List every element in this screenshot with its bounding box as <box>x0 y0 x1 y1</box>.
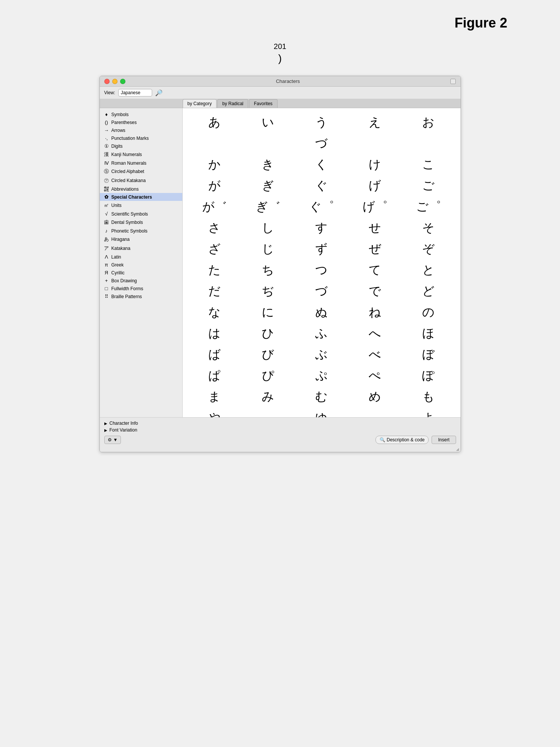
char-cell[interactable]: ず <box>296 239 348 259</box>
char-cell[interactable]: お <box>403 113 455 132</box>
char-cell[interactable]: べ <box>349 345 401 364</box>
char-cell[interactable]: あ <box>189 113 241 132</box>
char-cell[interactable]: す <box>296 218 348 238</box>
sidebar-item-cyrillic[interactable]: Я Cyrillic <box>100 269 182 277</box>
char-cell[interactable]: な <box>189 303 241 322</box>
sidebar-item-circled-kata[interactable]: ㋐ Circled Katakana <box>100 176 182 185</box>
char-cell[interactable]: え <box>349 113 401 132</box>
close-button[interactable] <box>104 79 110 84</box>
char-cell[interactable]: ぷ <box>296 366 348 386</box>
view-select[interactable] <box>118 89 152 96</box>
char-cell[interactable]: ぺ <box>349 366 401 386</box>
char-cell[interactable]: ば <box>189 345 241 364</box>
insert-button[interactable]: Insert <box>432 436 456 444</box>
char-cell[interactable]: う <box>296 113 348 132</box>
char-cell[interactable]: が゛ <box>189 197 241 217</box>
char-cell[interactable]: せ <box>349 218 401 238</box>
char-cell[interactable]: む <box>296 387 348 407</box>
char-cell[interactable]: も <box>403 387 455 407</box>
sidebar-item-fullwidth[interactable]: □ Fullwidth Forms <box>100 285 182 292</box>
sidebar-item-phonetic[interactable]: ♪ Phonetic Symbols <box>100 227 182 235</box>
maximize-button[interactable] <box>120 79 125 84</box>
char-cell[interactable]: み <box>242 387 294 407</box>
char-cell[interactable]: ひ <box>242 324 294 343</box>
char-cell[interactable]: ぐ <box>296 176 348 196</box>
sidebar-item-parentheses[interactable]: () Parentheses <box>100 118 182 126</box>
character-info-row[interactable]: ▶ Character Info <box>104 420 456 427</box>
sidebar-item-katakana[interactable]: ア Katakana <box>100 244 182 253</box>
char-cell[interactable]: ぱ <box>189 366 241 386</box>
char-cell[interactable]: て <box>349 260 401 280</box>
sidebar-item-box-drawing[interactable]: + Box Drawing <box>100 277 182 285</box>
char-cell[interactable]: ざ <box>189 239 241 259</box>
char-cell[interactable]: ね <box>349 303 401 322</box>
char-cell[interactable]: ま <box>189 387 241 407</box>
char-cell[interactable]: し <box>242 218 294 238</box>
sidebar-item-punctuation[interactable]: ·, Punctuation Marks <box>100 134 182 142</box>
char-cell[interactable]: の <box>403 303 455 322</box>
char-cell[interactable]: だ <box>189 282 241 301</box>
char-cell[interactable]: ほ <box>403 324 455 343</box>
sidebar-item-roman[interactable]: Ⅳ Roman Numerals <box>100 159 182 167</box>
tab-favorites[interactable]: Favorites <box>249 99 277 108</box>
char-cell[interactable]: ど <box>403 282 455 301</box>
char-cell[interactable]: ぢ <box>242 282 294 301</box>
char-cell[interactable]: い <box>242 113 294 132</box>
char-cell[interactable]: で <box>349 282 401 301</box>
char-cell[interactable]: や <box>189 408 241 417</box>
resize-button[interactable] <box>450 79 456 84</box>
sidebar-item-kanji-numerals[interactable]: 漢 Kanji Numerals <box>100 150 182 159</box>
char-cell[interactable]: つ <box>296 260 348 280</box>
char-cell[interactable]: ぬ <box>296 303 348 322</box>
char-cell[interactable]: ぴ <box>242 366 294 386</box>
char-cell[interactable]: さ <box>189 218 241 238</box>
char-cell[interactable]: そ <box>403 218 455 238</box>
sidebar-item-symbols[interactable]: ♦ Symbols <box>100 110 182 118</box>
sidebar-item-dental[interactable]: 歯 Dental Symbols <box>100 218 182 227</box>
char-cell[interactable]: へ <box>349 324 401 343</box>
char-cell[interactable]: に <box>242 303 294 322</box>
sidebar-item-arrows[interactable]: → Arrows <box>100 126 182 134</box>
char-cell[interactable]: ぶ <box>296 345 348 364</box>
char-cell[interactable]: か <box>189 155 241 175</box>
font-variation-row[interactable]: ▶ Font Variation <box>104 427 456 433</box>
minimize-button[interactable] <box>112 79 117 84</box>
char-cell[interactable]: じ <box>242 239 294 259</box>
char-cell[interactable]: き <box>242 155 294 175</box>
char-cell[interactable]: ぽ <box>403 366 455 386</box>
description-code-button[interactable]: 🔍 Description & code <box>375 436 429 444</box>
sidebar-item-braille[interactable]: ⠿ Braille Patterns <box>100 292 182 300</box>
char-cell[interactable]: づ <box>296 282 348 301</box>
char-cell[interactable]: づ <box>296 134 348 153</box>
sidebar-item-special[interactable]: ✿ Special Characters <box>100 193 182 201</box>
sidebar-item-greek[interactable]: π Greek <box>100 261 182 269</box>
char-cell[interactable]: ち <box>242 260 294 280</box>
char-cell[interactable]: は <box>189 324 241 343</box>
char-cell[interactable]: が <box>189 176 241 196</box>
sidebar-item-units[interactable]: ㎡ Units <box>100 201 182 210</box>
char-cell[interactable]: ふ <box>296 324 348 343</box>
sidebar-item-circled-alpha[interactable]: Ⓢ Circled Alphabet <box>100 167 182 176</box>
char-cell[interactable]: く <box>296 155 348 175</box>
char-cell[interactable]: こ <box>403 155 455 175</box>
sidebar-item-scientific[interactable]: √ Scientific Symbols <box>100 210 182 218</box>
char-cell[interactable]: た <box>189 260 241 280</box>
sidebar-item-abbrev[interactable]: ㍿ Abbreviations <box>100 185 182 193</box>
char-cell[interactable]: げ゜ <box>349 197 401 217</box>
char-cell[interactable]: ぐ゜ <box>296 197 348 217</box>
char-cell[interactable]: ぞ <box>403 239 455 259</box>
char-cell[interactable]: ぎ゛ <box>242 197 294 217</box>
char-cell[interactable]: ゆ <box>296 408 348 417</box>
char-cell[interactable]: ぼ <box>403 345 455 364</box>
char-cell[interactable]: げ <box>349 176 401 196</box>
char-cell[interactable]: ご <box>403 176 455 196</box>
tab-by-category[interactable]: by Category <box>183 99 217 108</box>
sidebar-item-digits[interactable]: ① Digits <box>100 142 182 150</box>
char-cell[interactable]: と <box>403 260 455 280</box>
settings-button[interactable]: ⚙ ▼ <box>104 436 121 444</box>
char-cell[interactable]: び <box>242 345 294 364</box>
sidebar-item-latin[interactable]: Λ Latin <box>100 253 182 261</box>
tab-by-radical[interactable]: by Radical <box>217 99 248 108</box>
char-cell[interactable]: ぎ <box>242 176 294 196</box>
char-cell[interactable]: け <box>349 155 401 175</box>
